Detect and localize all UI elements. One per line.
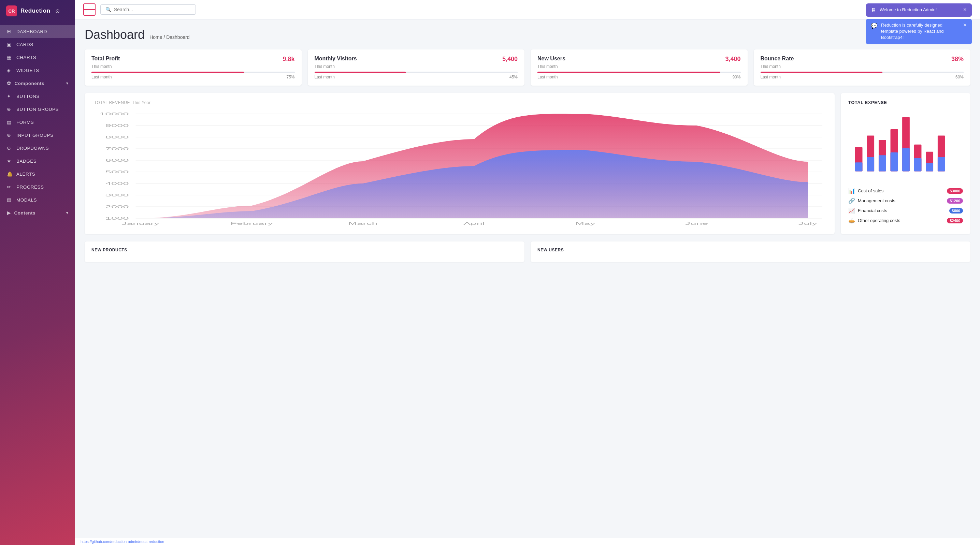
search-box: 🔍	[100, 5, 196, 15]
new-users-title: NEW USERS	[538, 248, 964, 253]
logo-icon: CR	[6, 5, 17, 16]
expense-chart-card: TOTAL EXPENSE	[841, 93, 970, 234]
stat-last-label-users: Last month	[538, 75, 558, 79]
legend-label-3: Financial costs	[858, 208, 887, 213]
stat-sub-users: This month	[538, 64, 741, 69]
stat-label-users: New Users	[538, 56, 565, 62]
notification-2: 💬 Reduction is carefully designed templa…	[866, 19, 972, 44]
sidebar-item-label: DASHBOARD	[16, 29, 47, 34]
page-content: Dashboard Home / Dashboard Total Profit …	[75, 19, 980, 538]
notif-close-2[interactable]: ✕	[963, 22, 967, 28]
notif-icon-2: 💬	[871, 22, 878, 29]
sidebar-section-components[interactable]: ✿ Components ▾	[0, 77, 75, 90]
legend-badge-3: $800	[949, 208, 963, 213]
svg-text:January: January	[121, 221, 159, 226]
forms-icon: ▤	[7, 119, 13, 125]
svg-text:April: April	[463, 221, 485, 226]
svg-text:9000: 9000	[105, 124, 129, 127]
sidebar: CR Reduction ⊙ ⊞ DASHBOARD ▣ CARDS ▦ CHA…	[0, 0, 75, 545]
sidebar-item-dashboard[interactable]: ⊞ DASHBOARD	[0, 25, 75, 38]
stat-cards-row: Total Profit 9.8k This month Last month …	[84, 49, 970, 86]
expense-chart-title: TOTAL EXPENSE	[848, 100, 963, 105]
sidebar-item-label: WIDGETS	[16, 68, 39, 73]
legend-cost-of-sales: 📊 Cost of sales $3000	[848, 187, 963, 194]
chevron-down-icon-2: ▾	[66, 211, 68, 215]
bar-blue-6	[914, 158, 922, 172]
stat-last-value-bounce: 60%	[955, 75, 964, 79]
revenue-chart-card: TOTAL REVENUEThis Year 10000 9000 8000 7…	[84, 93, 835, 234]
stat-last-label-profit: Last month	[91, 75, 111, 79]
notif-close-1[interactable]: ✕	[963, 7, 967, 12]
search-input[interactable]	[114, 7, 191, 12]
sidebar-item-label: BUTTON GROUPS	[16, 107, 59, 112]
sidebar-section-label: Components	[15, 81, 45, 86]
stat-value-bounce: 38%	[951, 56, 964, 63]
hamburger-button[interactable]	[83, 3, 95, 16]
sidebar-item-label: INPUT GROUPS	[16, 133, 54, 138]
badges-icon: ★	[7, 158, 13, 164]
legend-other-costs: 🥧 Other operating costs $2400	[848, 217, 963, 224]
sidebar-item-badges[interactable]: ★ BADGES	[0, 154, 75, 167]
dropdowns-icon: ⊙	[7, 145, 13, 151]
status-url: https://github.com/reduction-admin/react…	[81, 540, 164, 543]
new-users-card: NEW USERS	[531, 242, 970, 262]
svg-text:July: July	[799, 221, 818, 226]
stat-label-profit: Total Profit	[91, 56, 120, 62]
bar-blue-7	[926, 163, 933, 171]
bar-blue-8	[938, 157, 945, 172]
button-groups-icon: ⊕	[7, 106, 13, 112]
stat-value-users: 3,400	[725, 56, 740, 63]
sidebar-item-cards[interactable]: ▣ CARDS	[0, 38, 75, 51]
stat-card-profit: Total Profit 9.8k This month Last month …	[84, 49, 302, 86]
legend-badge-2: $1200	[947, 198, 963, 203]
stat-bar-bounce	[760, 72, 882, 73]
breadcrumb: Home / Dashboard	[150, 35, 190, 40]
sidebar-item-input-groups[interactable]: ⊕ INPUT GROUPS	[0, 129, 75, 141]
bar-blue-2	[867, 157, 874, 172]
svg-text:7000: 7000	[105, 147, 129, 151]
sidebar-item-dropdowns[interactable]: ⊙ DROPDOWNS	[0, 141, 75, 154]
stat-value-profit: 9.8k	[283, 56, 294, 63]
sidebar-item-label: PROGRESS	[16, 184, 44, 190]
svg-text:February: February	[230, 221, 273, 226]
stat-bar-visitors	[315, 72, 406, 73]
svg-text:10000: 10000	[99, 112, 129, 116]
sidebar-item-label: CHARTS	[16, 55, 36, 60]
logo-name: Reduction	[21, 8, 51, 14]
dashboard-icon: ⊞	[7, 29, 13, 34]
status-bar: https://github.com/reduction-admin/react…	[75, 538, 980, 545]
stat-last-label-visitors: Last month	[315, 75, 335, 79]
sidebar-item-buttons[interactable]: ✦ BUTTONS	[0, 90, 75, 103]
hamburger-line-1	[84, 9, 88, 10]
sidebar-item-alerts[interactable]: 🔔 ALERTS	[0, 167, 75, 180]
chevron-down-icon: ▾	[66, 81, 68, 86]
github-icon: ⊙	[55, 8, 60, 14]
sidebar-item-label: ALERTS	[16, 172, 35, 177]
svg-text:June: June	[685, 221, 708, 226]
sidebar-logo: CR Reduction ⊙	[0, 0, 75, 22]
page-title: Dashboard	[84, 28, 145, 42]
stat-label-bounce: Bounce Rate	[760, 56, 794, 62]
charts-row: TOTAL REVENUEThis Year 10000 9000 8000 7…	[84, 93, 970, 234]
sidebar-item-charts[interactable]: ▦ CHARTS	[0, 51, 75, 64]
legend-badge-4: $2400	[947, 218, 963, 223]
cost-of-sales-icon: 📊	[848, 187, 855, 194]
sidebar-section-contents[interactable]: ▶ Contents ▾	[0, 207, 75, 219]
sidebar-item-button-groups[interactable]: ⊕ BUTTON GROUPS	[0, 103, 75, 116]
svg-text:5000: 5000	[105, 170, 129, 174]
main-content: 🔍 🖥 Welome to Reduction Admin! ✕ 💬 Reduc…	[75, 0, 980, 545]
legend-badge-1: $3000	[947, 188, 963, 194]
legend-financial-costs: 📈 Financial costs $800	[848, 207, 963, 214]
sidebar-item-widgets[interactable]: ◈ WIDGETS	[0, 64, 75, 77]
new-products-card: NEW PRODUCTS	[84, 242, 525, 262]
widgets-icon: ◈	[7, 68, 13, 73]
sidebar-item-progress[interactable]: ✏ PROGRESS	[0, 180, 75, 193]
sidebar-item-forms[interactable]: ▤ FORMS	[0, 116, 75, 129]
area-chart: 10000 9000 8000 7000 6000 5000 4000 3000…	[92, 111, 827, 226]
sidebar-item-modals[interactable]: ▤ MODALS	[0, 193, 75, 207]
legend-label-4: Other operating costs	[858, 218, 900, 223]
svg-text:6000: 6000	[105, 158, 129, 162]
sidebar-section-label: Contents	[14, 210, 36, 216]
components-icon: ✿	[7, 81, 11, 86]
svg-text:8000: 8000	[105, 135, 129, 139]
